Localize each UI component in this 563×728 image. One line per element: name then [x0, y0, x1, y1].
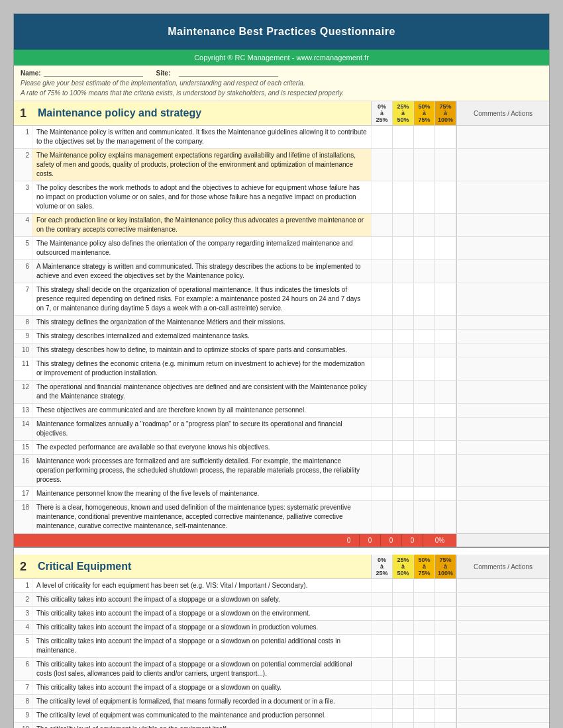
- comments-cell[interactable]: [456, 455, 549, 486]
- rating-cell-75[interactable]: [435, 330, 456, 343]
- rating-cell-0[interactable]: [372, 441, 393, 454]
- rating-cell-0[interactable]: [372, 260, 393, 283]
- rating-cell-75[interactable]: [435, 126, 456, 148]
- rating-cell-0[interactable]: [372, 709, 393, 722]
- rating-cell-0[interactable]: [372, 181, 393, 213]
- rating-cell-0[interactable]: [372, 381, 393, 403]
- rating-cell-0[interactable]: [372, 149, 393, 181]
- rating-cell-25[interactable]: [393, 149, 414, 181]
- rating-cell-0[interactable]: [372, 455, 393, 486]
- rating-cell-50[interactable]: [414, 237, 435, 259]
- rating-cell-75[interactable]: [435, 149, 456, 181]
- comments-cell[interactable]: [456, 330, 549, 343]
- rating-cell-75[interactable]: [435, 441, 456, 454]
- rating-cell-75[interactable]: [435, 316, 456, 329]
- rating-cell-0[interactable]: [372, 487, 393, 500]
- rating-cell-50[interactable]: [414, 723, 435, 728]
- rating-cell-25[interactable]: [393, 181, 414, 213]
- rating-cell-25[interactable]: [393, 455, 414, 486]
- rating-cell-0[interactable]: [372, 126, 393, 148]
- comments-cell[interactable]: [456, 343, 549, 357]
- rating-cell-25[interactable]: [393, 607, 414, 620]
- rating-cell-0[interactable]: [372, 681, 393, 694]
- comments-cell[interactable]: [456, 316, 549, 329]
- rating-cell-75[interactable]: [435, 709, 456, 722]
- rating-cell-50[interactable]: [414, 681, 435, 694]
- rating-cell-25[interactable]: [393, 260, 414, 283]
- comments-cell[interactable]: [456, 357, 549, 380]
- rating-cell-50[interactable]: [414, 381, 435, 403]
- rating-cell-25[interactable]: [393, 237, 414, 259]
- rating-cell-75[interactable]: [435, 283, 456, 315]
- rating-cell-50[interactable]: [414, 260, 435, 283]
- rating-cell-50[interactable]: [414, 404, 435, 417]
- rating-cell-25[interactable]: [393, 214, 414, 236]
- rating-cell-0[interactable]: [372, 695, 393, 708]
- comments-cell[interactable]: [456, 487, 549, 500]
- rating-cell-25[interactable]: [393, 381, 414, 403]
- rating-cell-0[interactable]: [372, 723, 393, 728]
- rating-cell-50[interactable]: [414, 214, 435, 236]
- rating-cell-25[interactable]: [393, 441, 414, 454]
- rating-cell-0[interactable]: [372, 316, 393, 329]
- rating-cell-75[interactable]: [435, 357, 456, 380]
- rating-cell-0[interactable]: [372, 237, 393, 259]
- rating-cell-50[interactable]: [414, 709, 435, 722]
- comments-cell[interactable]: [456, 237, 549, 259]
- comments-cell[interactable]: [456, 501, 549, 533]
- rating-cell-0[interactable]: [372, 579, 393, 592]
- rating-cell-0[interactable]: [372, 357, 393, 380]
- rating-cell-25[interactable]: [393, 709, 414, 722]
- comments-cell[interactable]: [456, 181, 549, 213]
- rating-cell-0[interactable]: [372, 607, 393, 620]
- rating-cell-0[interactable]: [372, 501, 393, 533]
- comments-cell[interactable]: [456, 441, 549, 454]
- rating-cell-75[interactable]: [435, 621, 456, 634]
- rating-cell-75[interactable]: [435, 607, 456, 620]
- comments-cell[interactable]: [456, 126, 549, 148]
- rating-cell-25[interactable]: [393, 330, 414, 343]
- rating-cell-75[interactable]: [435, 455, 456, 486]
- comments-cell[interactable]: [456, 214, 549, 236]
- rating-cell-0[interactable]: [372, 214, 393, 236]
- rating-cell-25[interactable]: [393, 126, 414, 148]
- comments-cell[interactable]: [456, 658, 549, 680]
- rating-cell-50[interactable]: [414, 418, 435, 440]
- rating-cell-0[interactable]: [372, 283, 393, 315]
- comments-cell[interactable]: [456, 695, 549, 708]
- comments-cell[interactable]: [456, 579, 549, 592]
- rating-cell-25[interactable]: [393, 593, 414, 606]
- rating-cell-0[interactable]: [372, 621, 393, 634]
- rating-cell-75[interactable]: [435, 681, 456, 694]
- rating-cell-75[interactable]: [435, 343, 456, 357]
- rating-cell-50[interactable]: [414, 621, 435, 634]
- comments-cell[interactable]: [456, 283, 549, 315]
- rating-cell-75[interactable]: [435, 487, 456, 500]
- rating-cell-50[interactable]: [414, 283, 435, 315]
- rating-cell-25[interactable]: [393, 681, 414, 694]
- rating-cell-25[interactable]: [393, 404, 414, 417]
- rating-cell-25[interactable]: [393, 621, 414, 634]
- rating-cell-0[interactable]: [372, 330, 393, 343]
- rating-cell-50[interactable]: [414, 593, 435, 606]
- rating-cell-50[interactable]: [414, 487, 435, 500]
- rating-cell-75[interactable]: [435, 579, 456, 592]
- rating-cell-50[interactable]: [414, 441, 435, 454]
- rating-cell-75[interactable]: [435, 658, 456, 680]
- rating-cell-50[interactable]: [414, 658, 435, 680]
- comments-cell[interactable]: [456, 681, 549, 694]
- rating-cell-75[interactable]: [435, 501, 456, 533]
- rating-cell-0[interactable]: [372, 418, 393, 440]
- rating-cell-75[interactable]: [435, 214, 456, 236]
- rating-cell-0[interactable]: [372, 635, 393, 657]
- rating-cell-75[interactable]: [435, 593, 456, 606]
- comments-cell[interactable]: [456, 149, 549, 181]
- rating-cell-50[interactable]: [414, 635, 435, 657]
- rating-cell-0[interactable]: [372, 343, 393, 357]
- rating-cell-75[interactable]: [435, 181, 456, 213]
- rating-cell-50[interactable]: [414, 607, 435, 620]
- rating-cell-75[interactable]: [435, 418, 456, 440]
- rating-cell-75[interactable]: [435, 237, 456, 259]
- rating-cell-25[interactable]: [393, 635, 414, 657]
- comments-cell[interactable]: [456, 709, 549, 722]
